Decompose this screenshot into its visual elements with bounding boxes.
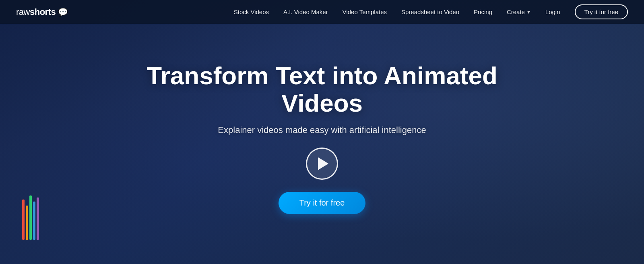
- nav-link-create[interactable]: Create: [507, 8, 525, 15]
- decor-bar-2: [26, 206, 28, 240]
- hero-subtitle: Explainer videos made easy with artifici…: [218, 125, 426, 135]
- decor-bar-1: [22, 200, 25, 240]
- nav-item-pricing[interactable]: Pricing: [474, 8, 492, 16]
- logo-raw: raw: [16, 7, 30, 17]
- decor-bar-5: [37, 197, 39, 240]
- nav-link-video-templates[interactable]: Video Templates: [343, 8, 387, 15]
- decor-bar-3: [29, 195, 32, 240]
- navbar: rawshorts 💬 Stock Videos A.I. Video Make…: [0, 0, 644, 24]
- hero-title: Transform Text into Animated Videos: [141, 62, 503, 117]
- nav-item-video-templates[interactable]: Video Templates: [343, 8, 387, 16]
- nav-try-button[interactable]: Try it for free: [575, 4, 628, 19]
- hero-content: Transform Text into Animated Videos Expl…: [141, 62, 503, 214]
- nav-item-stock-videos[interactable]: Stock Videos: [234, 8, 269, 16]
- nav-item-login[interactable]: Login: [545, 8, 560, 16]
- nav-item-ai-video-maker[interactable]: A.I. Video Maker: [283, 8, 328, 16]
- hero-section: rawshorts 💬 Stock Videos A.I. Video Make…: [0, 0, 644, 264]
- decor-bar-4: [33, 202, 35, 240]
- logo-icon: 💬: [58, 7, 68, 17]
- create-chevron-down-icon: ▼: [526, 10, 531, 15]
- logo-text: rawshorts: [16, 7, 56, 17]
- logo-shorts: shorts: [30, 7, 56, 17]
- cta-try-free-button[interactable]: Try it for free: [279, 192, 366, 214]
- play-triangle-icon: [318, 157, 328, 170]
- nav-item-create[interactable]: Create ▼: [507, 8, 531, 15]
- nav-link-login[interactable]: Login: [545, 8, 560, 15]
- logo[interactable]: rawshorts 💬: [16, 7, 68, 17]
- nav-item-try[interactable]: Try it for free: [575, 4, 628, 19]
- nav-link-stock-videos[interactable]: Stock Videos: [234, 8, 269, 15]
- nav-links: Stock Videos A.I. Video Maker Video Temp…: [234, 4, 628, 19]
- nav-link-ai-video-maker[interactable]: A.I. Video Maker: [283, 8, 328, 15]
- play-button[interactable]: [306, 148, 338, 180]
- nav-link-spreadsheet-to-video[interactable]: Spreadsheet to Video: [401, 8, 459, 15]
- nav-item-spreadsheet-to-video[interactable]: Spreadsheet to Video: [401, 8, 459, 16]
- nav-link-pricing[interactable]: Pricing: [474, 8, 492, 15]
